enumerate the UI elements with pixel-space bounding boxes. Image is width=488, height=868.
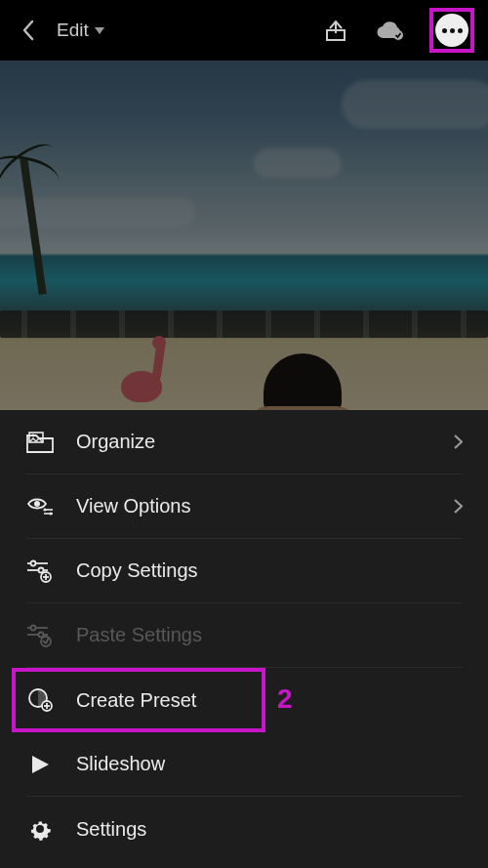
- photo-dim-overlay: [0, 61, 488, 410]
- sliders-paste-icon: [25, 624, 55, 647]
- screen-title[interactable]: Edit: [57, 20, 104, 41]
- more-button-highlight: [429, 8, 474, 53]
- menu-label: Copy Settings: [76, 559, 463, 582]
- svg-point-13: [31, 560, 36, 565]
- svg-point-20: [31, 625, 36, 630]
- menu-label: View Options: [76, 495, 432, 517]
- svg-point-9: [43, 508, 46, 511]
- photo-preview[interactable]: [0, 61, 488, 410]
- annotation-label-2: 2: [277, 683, 293, 715]
- share-button[interactable]: [320, 15, 351, 46]
- menu-label: Create Preset: [76, 689, 262, 712]
- cloud-sync-button[interactable]: [375, 15, 406, 46]
- menu-label: Organize: [76, 431, 432, 453]
- screen-title-label: Edit: [57, 20, 89, 41]
- menu-item-settings[interactable]: Settings: [25, 797, 463, 861]
- sliders-copy-icon: [25, 559, 55, 583]
- preset-add-icon: [25, 687, 55, 713]
- gear-icon: [25, 817, 55, 841]
- menu-item-slideshow[interactable]: Slideshow: [25, 732, 463, 797]
- menu-item-organize[interactable]: Organize: [25, 410, 463, 475]
- menu-label: Slideshow: [76, 753, 463, 775]
- chevron-right-icon: [454, 434, 463, 449]
- chevron-right-icon: [454, 499, 463, 514]
- play-icon: [25, 754, 55, 775]
- caret-down-icon: [95, 27, 104, 34]
- svg-point-14: [39, 567, 44, 572]
- chevron-left-icon: [21, 20, 35, 41]
- svg-marker-29: [32, 756, 49, 773]
- share-icon: [325, 19, 346, 42]
- eye-options-icon: [25, 496, 55, 517]
- menu-item-paste-settings: Paste Settings: [25, 603, 463, 668]
- menu-item-copy-settings[interactable]: Copy Settings: [25, 539, 463, 603]
- overflow-menu: Organize View Options Copy Settings Past…: [0, 410, 488, 868]
- menu-item-create-preset[interactable]: Create Preset: [12, 668, 265, 732]
- topbar-actions: [320, 8, 474, 53]
- more-button[interactable]: [435, 14, 468, 47]
- svg-point-3: [393, 30, 403, 40]
- menu-item-view-options[interactable]: View Options: [25, 475, 463, 539]
- svg-point-6: [34, 501, 40, 507]
- menu-label: Paste Settings: [76, 624, 463, 646]
- more-icon: [442, 28, 447, 33]
- svg-marker-0: [95, 27, 104, 34]
- svg-point-10: [49, 512, 52, 515]
- svg-point-5: [32, 434, 35, 436]
- menu-label: Settings: [76, 818, 463, 841]
- folder-image-icon: [25, 432, 55, 453]
- back-button[interactable]: [14, 20, 43, 41]
- cloud-check-icon: [376, 20, 405, 41]
- svg-point-21: [39, 632, 44, 637]
- top-bar: Edit: [0, 0, 488, 61]
